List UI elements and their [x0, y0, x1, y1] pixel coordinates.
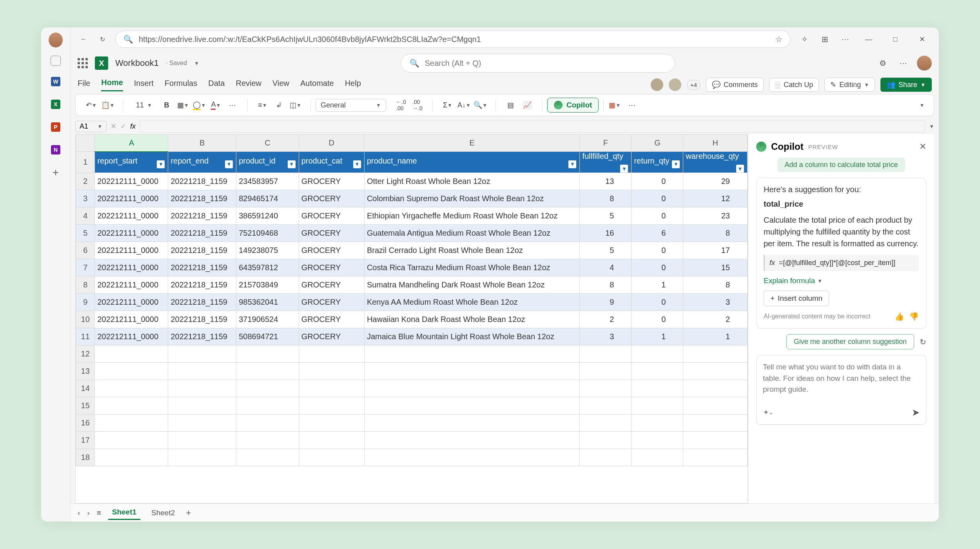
row-header[interactable]: 12 — [76, 345, 95, 363]
table-header-cell[interactable]: warehouse_qty▼ — [683, 152, 748, 173]
cell[interactable]: 0 — [632, 242, 683, 259]
cell[interactable] — [580, 345, 632, 363]
cell[interactable] — [299, 380, 364, 397]
tab-review[interactable]: Review — [236, 79, 261, 91]
cell[interactable]: Jamaica Blue Mountain Light Roast Whole … — [364, 328, 580, 345]
increase-decimal-icon[interactable]: ←.0.00 — [395, 99, 407, 111]
catch-up-button[interactable]: 𝄛Catch Up — [769, 78, 819, 92]
app-launcher-icon[interactable] — [78, 58, 88, 68]
cell[interactable]: 202212111_0000 — [95, 259, 168, 276]
cell[interactable]: 202212111_0000 — [95, 225, 168, 242]
cell[interactable] — [168, 432, 236, 449]
another-suggestion-button[interactable]: Give me another column suggestion — [786, 334, 914, 349]
table-header-cell[interactable]: product_cat▼ — [299, 152, 364, 173]
cell[interactable]: 202212111_0000 — [95, 294, 168, 311]
cell[interactable]: 5 — [580, 242, 632, 259]
column-header[interactable]: A — [95, 135, 168, 152]
merge-icon[interactable]: ◫▼ — [289, 99, 302, 111]
cell[interactable] — [364, 414, 580, 432]
cell[interactable]: 13 — [580, 173, 632, 190]
sparkle-icon[interactable]: ✦₊ — [763, 408, 773, 417]
add-sheet-icon[interactable]: + — [186, 508, 191, 518]
cell[interactable]: 23 — [683, 207, 748, 225]
cell[interactable] — [632, 363, 683, 380]
all-sheets-icon[interactable]: ≡ — [97, 509, 101, 517]
cell[interactable] — [580, 397, 632, 414]
cell[interactable] — [95, 345, 168, 363]
cell[interactable]: 16 — [580, 225, 632, 242]
add-app-icon[interactable]: + — [49, 165, 63, 180]
cell[interactable] — [95, 397, 168, 414]
cell[interactable] — [299, 449, 364, 466]
cell[interactable]: 752109468 — [236, 225, 299, 242]
cell[interactable]: Hawaiian Kona Dark Roast Whole Bean 12oz — [364, 311, 580, 328]
table-header-cell[interactable]: return_qty▼ — [632, 152, 683, 173]
cell[interactable]: 20221218_1159 — [168, 190, 236, 207]
settings-icon[interactable]: ⚙ — [876, 56, 889, 70]
cell[interactable] — [168, 345, 236, 363]
cell[interactable]: 2 — [683, 311, 748, 328]
cell[interactable] — [632, 345, 683, 363]
more-icon[interactable]: ⋯ — [838, 33, 852, 46]
refresh-icon[interactable]: ↻ — [920, 337, 926, 347]
tab-home[interactable]: Home — [101, 78, 123, 91]
column-header[interactable]: B — [168, 135, 236, 152]
maximize-icon[interactable]: □ — [886, 29, 905, 49]
cell[interactable]: 0 — [632, 207, 683, 225]
cell[interactable] — [683, 363, 748, 380]
prev-sheet-icon[interactable]: ‹ — [78, 509, 80, 517]
cell[interactable] — [299, 414, 364, 432]
row-header[interactable]: 11 — [76, 328, 95, 345]
cell[interactable]: 985362041 — [236, 294, 299, 311]
presence-avatar[interactable] — [669, 78, 681, 91]
cell[interactable]: 6 — [632, 225, 683, 242]
cell[interactable]: GROCERY — [299, 225, 364, 242]
cell[interactable]: 20221218_1159 — [168, 311, 236, 328]
row-header[interactable]: 10 — [76, 311, 95, 328]
cell[interactable] — [580, 380, 632, 397]
row-header[interactable]: 9 — [76, 294, 95, 311]
cell[interactable]: 20221218_1159 — [168, 294, 236, 311]
paste-icon[interactable]: 📋▼ — [102, 99, 114, 111]
more-font-icon[interactable]: ⋯ — [226, 99, 239, 111]
filter-dropdown-icon[interactable]: ▼ — [353, 160, 361, 168]
filter-dropdown-icon[interactable]: ▼ — [157, 160, 165, 168]
cell[interactable]: GROCERY — [299, 259, 364, 276]
cell[interactable] — [168, 449, 236, 466]
formula-input[interactable] — [140, 120, 925, 133]
suggestion-pill[interactable]: Add a column to calculate total price — [777, 158, 905, 172]
cell[interactable] — [580, 414, 632, 432]
table-header-cell[interactable]: fullfilled_qty▼ — [580, 152, 632, 173]
filter-dropdown-icon[interactable]: ▼ — [672, 160, 680, 168]
cell[interactable] — [168, 414, 236, 432]
cell[interactable]: 20221218_1159 — [168, 242, 236, 259]
cell[interactable]: 0 — [632, 311, 683, 328]
favorite-icon[interactable]: ☆ — [775, 35, 782, 44]
cell[interactable]: 17 — [683, 242, 748, 259]
cell[interactable]: 829465174 — [236, 190, 299, 207]
excel-app-icon[interactable]: X — [49, 97, 63, 111]
cell[interactable]: GROCERY — [299, 328, 364, 345]
tab-help[interactable]: Help — [345, 79, 361, 91]
row-header[interactable]: 15 — [76, 397, 95, 414]
word-app-icon[interactable]: W — [49, 75, 63, 89]
cell[interactable]: 12 — [683, 190, 748, 207]
cell[interactable]: 1 — [632, 328, 683, 345]
filter-dropdown-icon[interactable]: ▼ — [620, 165, 628, 173]
thumbs-down-icon[interactable]: 👎 — [909, 312, 919, 321]
table-header-cell[interactable]: report_start▼ — [95, 152, 168, 173]
cell[interactable]: 3 — [683, 294, 748, 311]
profile-avatar[interactable] — [49, 33, 63, 47]
tab-formulas[interactable]: Formulas — [165, 79, 197, 91]
tab-file[interactable]: File — [78, 79, 90, 91]
row-header[interactable]: 7 — [76, 259, 95, 276]
cell[interactable]: 29 — [683, 173, 748, 190]
cell[interactable]: GROCERY — [299, 276, 364, 294]
table-header-cell[interactable]: product_id▼ — [236, 152, 299, 173]
row-header[interactable]: 6 — [76, 242, 95, 259]
tab-insert[interactable]: Insert — [134, 79, 154, 91]
cell[interactable] — [95, 380, 168, 397]
row-header[interactable]: 16 — [76, 414, 95, 432]
cell[interactable] — [364, 363, 580, 380]
cell[interactable]: 20221218_1159 — [168, 259, 236, 276]
